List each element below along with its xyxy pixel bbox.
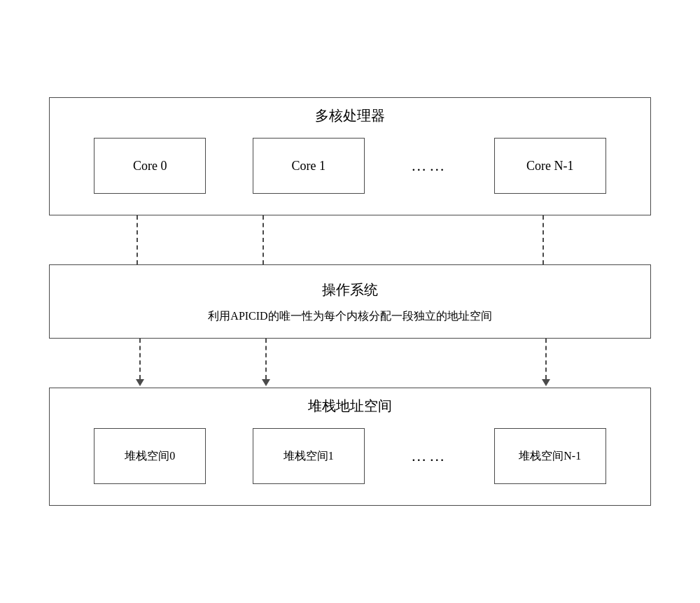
stack-item-n1-label: 堆栈空间N-1 [519, 449, 581, 464]
conn-line-2 [262, 215, 264, 264]
core-1-box: Core 1 [253, 138, 365, 194]
connectors-processor-os [49, 215, 651, 264]
core-0-box: Core 0 [94, 138, 206, 194]
cores-row: Core 0 Core 1 …… Core N-1 [50, 131, 650, 201]
diagram-container: 多核处理器 Core 0 Core 1 …… Core N-1 操作系统 利用A… [49, 97, 651, 506]
conn-line-3 [542, 215, 544, 264]
dashed-2 [265, 339, 267, 379]
core-n1-box: Core N-1 [494, 138, 606, 194]
processor-title: 多核处理器 [50, 98, 650, 131]
core-0-label: Core 0 [133, 159, 167, 173]
conn-arrow-1 [136, 339, 144, 386]
conn-line-1 [136, 215, 138, 264]
processor-box: 多核处理器 Core 0 Core 1 …… Core N-1 [49, 97, 651, 215]
arrow-2 [262, 379, 270, 386]
stack-title: 堆栈地址空间 [50, 388, 650, 421]
stack-item-0-label: 堆栈空间0 [125, 449, 175, 464]
dashed-1 [139, 339, 141, 379]
conn-arrow-3 [542, 339, 550, 386]
core-n1-label: Core N-1 [526, 159, 573, 173]
stack-item-1: 堆栈空间1 [253, 428, 365, 484]
stack-dots: …… [411, 447, 447, 465]
os-subtitle: 利用APICID的唯一性为每个内核分配一段独立的地址空间 [50, 305, 650, 324]
stack-items-row: 堆栈空间0 堆栈空间1 …… 堆栈空间N-1 [50, 421, 650, 491]
cores-dots: …… [411, 157, 447, 175]
os-box: 操作系统 利用APICID的唯一性为每个内核分配一段独立的地址空间 [49, 264, 651, 339]
stack-item-n1: 堆栈空间N-1 [494, 428, 606, 484]
arrow-3 [542, 379, 550, 386]
connectors-os-stack [49, 339, 651, 388]
arrow-1 [136, 379, 144, 386]
dashed-3 [545, 339, 547, 379]
stack-item-0: 堆栈空间0 [94, 428, 206, 484]
stack-box: 堆栈地址空间 堆栈空间0 堆栈空间1 …… 堆栈空间N-1 [49, 388, 651, 506]
stack-item-1-label: 堆栈空间1 [284, 449, 334, 464]
core-1-label: Core 1 [292, 159, 326, 173]
os-title: 操作系统 [50, 272, 650, 305]
conn-arrow-2 [262, 339, 270, 386]
